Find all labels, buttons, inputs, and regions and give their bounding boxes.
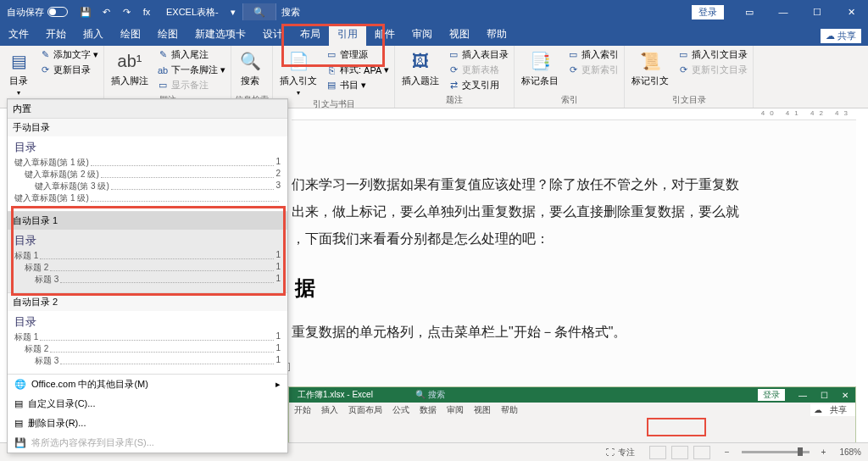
update-toc-button[interactable]: ⟳更新目录 [37,63,100,77]
embedded-max-icon[interactable]: ☐ [814,391,835,400]
mark-citation-button[interactable]: 📜 标记引文 [628,47,672,89]
paragraph[interactable]: 重复数据的单元格列，点击菜单栏上"开始－条件格式"。 [292,303,856,346]
share-button[interactable]: ☁ 共享 [821,29,861,43]
autosave-toggle[interactable]: 自动保存 [0,6,75,19]
remove-toc-button[interactable]: ▤删除目录(R)... [8,414,287,433]
view-print-icon[interactable] [649,446,666,459]
toc-gallery-dropdown[interactable]: 内置 手动目录 目录 键入章标题(第 1 级)1 键入章标题(第 2 级)2 键… [7,98,288,453]
undo-icon[interactable]: ↶ [100,6,112,18]
embedded-tab[interactable]: 页面布局 [343,404,387,416]
group-citations: 📄 插入引文▾ ▭管理源 ⎘样式: APA ▾ ▤书目 ▾ 引文与书目 [273,46,395,108]
embedded-excel-window[interactable]: 工作簿1.xlsx - Excel 🔍 搜索 登录 — ☐ ✕ 开始 插入 页面… [288,386,856,442]
update-table-button[interactable]: ⟳更新表格 [446,63,510,77]
update-index-button[interactable]: ⟳更新索引 [565,63,620,77]
paragraph[interactable]: 出来，做上标记，要么单独列出重复数据，要么直接删除重复数据，要么就 [292,198,856,225]
bibliography-button[interactable]: ▤书目 ▾ [324,78,391,92]
embedded-close-icon[interactable]: ✕ [835,391,855,400]
tab-home[interactable]: 开始 [37,24,75,46]
insert-footnote-button[interactable]: ab¹ 插入脚注 [108,47,152,89]
update-toa-button[interactable]: ⟳更新引文目录 [676,63,749,77]
close-icon[interactable]: ✕ [834,0,868,24]
embedded-search[interactable]: 🔍 搜索 [381,389,479,401]
insert-citation-button[interactable]: 📄 插入引文▾ [276,47,320,98]
ribbon-options-icon[interactable]: ▭ [732,0,766,24]
next-footnote-icon: ab [157,64,169,76]
embedded-highlight-annotation [647,418,706,436]
view-read-icon[interactable] [671,446,688,459]
embedded-tab[interactable]: 审阅 [442,404,469,416]
focus-icon: ⛶ [606,447,615,457]
gallery-item-auto2[interactable]: 自动目录 2 [8,292,287,311]
focus-mode-button[interactable]: ⛶专注 [599,447,642,458]
tab-design[interactable]: 设计 [254,24,292,46]
tab-draw[interactable]: 绘图 [112,24,149,46]
embedded-login[interactable]: 登录 [758,389,785,401]
embedded-tab[interactable]: 公式 [387,404,415,416]
search-icon[interactable]: 🔍 [242,3,276,20]
gallery-item-auto1[interactable]: 自动目录 1 [8,211,287,230]
embedded-tab[interactable]: 数据 [415,404,442,416]
cross-reference-button[interactable]: ⇄交叉引用 [446,78,510,92]
paragraph[interactable]: 们来学习一列数据如果有重复值应该处理？除了放任不管之外，对于重复数 [292,171,856,198]
tab-newtab[interactable]: 新建选项卡 [186,24,254,46]
autosave-switch-icon[interactable] [47,7,68,17]
tab-insert[interactable]: 插入 [75,24,112,46]
mark-citation-icon: 📜 [638,49,662,73]
gallery-preview-manual[interactable]: 目录 键入章标题(第 1 级)1 键入章标题(第 2 级)2 键入章标题(第 3… [8,136,287,211]
insert-endnote-button[interactable]: ✎插入尾注 [155,47,227,62]
embedded-tab[interactable]: 插入 [316,404,343,416]
embedded-tabs: 开始 插入 页面布局 公式 数据 审阅 视图 帮助 ☁ 共享 [289,403,855,418]
view-switcher[interactable] [642,446,718,459]
tab-view[interactable]: 视图 [441,24,478,46]
tab-review[interactable]: 审阅 [403,24,441,46]
zoom-out-button[interactable]: − [718,447,737,457]
embedded-min-icon[interactable]: — [792,391,814,400]
update-toc-icon: ⟳ [39,64,51,76]
gallery-preview-auto2[interactable]: 目录 标题 11 标题 21 标题 31 [8,311,287,374]
embedded-tab[interactable]: 开始 [289,404,316,416]
insert-index-button[interactable]: ▭插入索引 [565,47,620,62]
login-button[interactable]: 登录 [692,5,724,19]
tab-help[interactable]: 帮助 [478,24,515,46]
embedded-tab[interactable]: 帮助 [496,404,523,416]
gallery-item-manual[interactable]: 手动目录 [8,118,287,136]
manage-sources-button[interactable]: ▭管理源 [324,47,391,62]
figtoc-icon: ▭ [448,49,459,61]
save-icon[interactable]: 💾 [80,6,92,18]
zoom-level[interactable]: 168% [832,447,868,457]
citation-style-dropdown[interactable]: ⎘样式: APA ▾ [324,63,391,77]
zoom-slider[interactable] [742,451,810,453]
custom-toc-button[interactable]: ▤自定义目录(C)... [8,394,287,414]
tab-mailings[interactable]: 邮件 [366,24,403,46]
more-from-office-button[interactable]: 🌐Office.com 中的其他目录(M)▸ [8,375,287,394]
tab-draw2[interactable]: 绘图 [149,24,186,46]
embedded-tab[interactable]: 视图 [469,404,496,416]
tab-layout[interactable]: 布局 [292,24,329,46]
heading[interactable]: 据 [292,253,856,303]
title-search[interactable]: ▾ 🔍 搜索 [231,3,305,20]
insert-toa-button[interactable]: ▭插入引文目录 [676,47,749,62]
tab-references[interactable]: 引用 [329,24,366,46]
insert-caption-button[interactable]: 🖼 插入题注 [398,47,442,89]
zoom-in-button[interactable]: + [815,447,833,457]
toc-button[interactable]: ▤ 目录▾ [3,47,34,98]
insert-toa-icon: ▭ [677,49,689,61]
show-notes-button[interactable]: ▭显示备注 [155,78,227,92]
next-footnote-button[interactable]: ab下一条脚注 ▾ [155,63,227,77]
redo-icon[interactable]: ↷ [120,6,132,18]
title-bar: 自动保存 💾 ↶ ↷ fx EXCEL表格- ▾ 🔍 搜索 登录 ▭ — ☐ ✕ [0,0,868,24]
remove-toc-icon: ▤ [14,418,23,429]
search-button[interactable]: 🔍 搜索 [235,47,265,89]
add-text-button[interactable]: ✎添加文字 ▾ [37,47,100,62]
fx-icon[interactable]: fx [141,6,153,18]
maximize-icon[interactable]: ☐ [800,0,834,24]
update-toa-icon: ⟳ [677,64,689,76]
gallery-preview-auto1[interactable]: 目录 标题 11 标题 21 标题 31 [8,230,287,292]
insert-fig-toc-button[interactable]: ▭插入表目录 [446,47,510,62]
view-web-icon[interactable] [693,446,710,459]
mark-entry-button[interactable]: 📑 标记条目 [518,47,562,89]
minimize-icon[interactable]: — [766,0,800,24]
tab-file[interactable]: 文件 [0,24,37,46]
paragraph[interactable]: ，下面我们来看看分别都是怎么处理的吧： [292,225,856,253]
embedded-share[interactable]: ☁ 共享 [810,404,855,416]
